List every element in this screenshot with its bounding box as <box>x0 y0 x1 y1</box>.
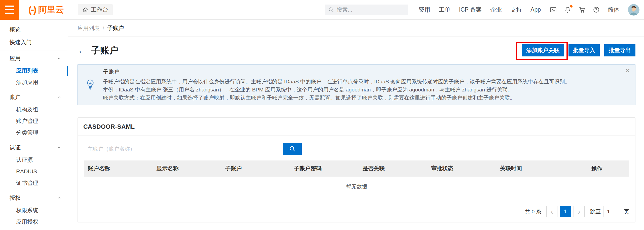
sidebar-item-label: 账户管理 <box>16 117 38 125</box>
sidebar-item-account-management[interactable]: 账户管理 <box>0 115 68 127</box>
workbench-label: 工作台 <box>91 6 108 14</box>
chevron-up-icon <box>57 95 61 99</box>
search-icon <box>289 146 296 152</box>
group-label: 账户 <box>10 93 21 101</box>
banner-line-1: 子账户指的是在指定应用系统中，用户会以什么身份进行访问。主账户指的是 IDaaS… <box>103 78 570 86</box>
info-banner: 子账户 子账户指的是在指定应用系统中，用户会以什么身份进行访问。主账户指的是 I… <box>78 64 635 105</box>
sidebar-group-header-authentication[interactable]: 认证 <box>0 141 68 154</box>
page-header: ← 子账户 添加账户关联 批量导入 批量导出 <box>68 43 644 57</box>
group-label: 认证 <box>10 144 21 151</box>
sidebar-group-accounts: 账户 机构及组 账户管理 分类管理 <box>0 91 68 139</box>
workbench-button[interactable]: 工作台 <box>78 4 113 15</box>
action-buttons: 添加账户关联 批量导入 批量导出 <box>522 44 635 56</box>
search-button[interactable] <box>283 143 302 155</box>
sidebar-item-overview[interactable]: 概览 <box>0 23 68 36</box>
active-indicator <box>67 66 68 76</box>
group-label: 授权 <box>10 194 21 202</box>
nav-item-icp[interactable]: ICP 备案 <box>459 6 482 14</box>
sidebar-item-label: 分类管理 <box>16 129 38 137</box>
breadcrumb-parent[interactable]: 应用列表 <box>78 24 100 32</box>
breadcrumb-current: 子账户 <box>107 24 124 32</box>
primary-account-search-input[interactable] <box>84 143 283 155</box>
notifications-bell-icon[interactable] <box>564 6 571 13</box>
sidebar-item-application-authorization[interactable]: 应用授权 <box>0 216 68 228</box>
current-page-button[interactable]: 1 <box>560 206 571 217</box>
page-title: 子账户 <box>91 44 118 57</box>
sidebar-item-application-list[interactable]: 应用列表 <box>0 65 68 77</box>
search-icon <box>328 7 334 13</box>
nav-item-enterprise[interactable]: 企业 <box>490 6 502 14</box>
sidebar-item-radius[interactable]: RADIUS <box>0 166 68 177</box>
empty-state-text: 暂无数据 <box>84 177 629 197</box>
sidebar-item-label: 快速入门 <box>10 39 32 46</box>
sidebar-group-header-authorization[interactable]: 授权 <box>0 191 68 205</box>
chevron-up-icon <box>57 146 61 150</box>
sidebar-item-label: 添加应用 <box>16 79 38 86</box>
sidebar-item-quickstart[interactable]: 快速入门 <box>0 36 68 49</box>
topbar: (-) 阿里云 工作台 费用 工单 ICP 备案 企业 支持 App <box>0 0 644 20</box>
add-account-link-button[interactable]: 添加账户关联 <box>522 44 564 56</box>
sidebar-item-label: 概览 <box>10 26 21 34</box>
chevron-up-icon <box>57 196 61 200</box>
sidebar-item-category-management[interactable]: 分类管理 <box>0 127 68 139</box>
page-unit-label: 页 <box>624 208 629 215</box>
sidebar-item-label: 应用授权 <box>16 218 38 226</box>
cart-icon[interactable] <box>579 6 585 13</box>
sidebar-item-label: RADIUS <box>16 168 37 175</box>
topbar-divider <box>71 6 71 14</box>
brand-logo-icon: (-) <box>28 4 36 15</box>
sidebar-item-auth-sources[interactable]: 认证源 <box>0 154 68 166</box>
sidebar-group-header-applications[interactable]: 应用 <box>0 52 68 65</box>
user-avatar[interactable] <box>628 4 639 16</box>
account-search-row <box>84 143 629 155</box>
jump-page-input[interactable] <box>603 206 621 217</box>
lightbulb-icon <box>85 79 95 91</box>
help-icon[interactable] <box>593 6 600 13</box>
table-header-row: 账户名称 显示名称 子账户 子账户密码 是否关联 审批状态 关联时间 操作 <box>84 160 629 177</box>
group-label: 应用 <box>10 55 21 62</box>
banner-title: 子账户 <box>103 68 570 76</box>
close-icon[interactable]: ✕ <box>625 68 630 74</box>
sidebar-item-permission-systems[interactable]: 权限系统 <box>0 205 68 216</box>
nav-item-tickets[interactable]: 工单 <box>439 6 450 14</box>
column-header-approval-status: 审批状态 <box>427 165 496 172</box>
pagination: 共 0 条 ‹ 1 › 跳至 页 <box>525 206 629 217</box>
column-header-sub-account: 子账户 <box>221 165 290 172</box>
terminal-icon[interactable] <box>550 6 557 13</box>
brand-logo[interactable]: (-) 阿里云 <box>28 4 64 16</box>
brand-name: 阿里云 <box>38 4 64 16</box>
sidebar-group-header-accounts[interactable]: 账户 <box>0 91 68 104</box>
chevron-right-icon: › <box>578 208 580 215</box>
sidebar: 概览 快速入门 应用 应用列表 添加应用 账户 机构及组 账户管理 分类管理 <box>0 20 68 230</box>
hamburger-menu-icon[interactable] <box>0 0 19 20</box>
column-header-display-name: 显示名称 <box>153 165 221 172</box>
sidebar-group-applications: 应用 应用列表 添加应用 <box>0 52 68 88</box>
topbar-nav: 费用 工单 ICP 备案 企业 支持 App <box>419 6 541 14</box>
chevron-up-icon <box>57 56 61 60</box>
sidebar-item-label: 权限系统 <box>16 207 38 214</box>
sidebar-item-org-groups[interactable]: 机构及组 <box>0 104 68 115</box>
banner-text: 子账户 子账户指的是在指定应用系统中，用户会以什么身份进行访问。主账户指的是 I… <box>103 68 570 102</box>
topbar-search <box>325 5 408 15</box>
nav-item-billing[interactable]: 费用 <box>419 6 430 14</box>
sidebar-item-certificate-management[interactable]: 证书管理 <box>0 177 68 189</box>
batch-import-button[interactable]: 批量导入 <box>569 44 600 56</box>
prev-page-button[interactable]: ‹ <box>546 206 557 217</box>
nav-item-app[interactable]: App <box>531 6 541 13</box>
sidebar-group-authentication: 认证 认证源 RADIUS 证书管理 <box>0 141 68 189</box>
back-arrow-icon[interactable]: ← <box>78 46 87 55</box>
sidebar-item-add-application[interactable]: 添加应用 <box>0 77 68 88</box>
banner-line-3: 账户关联方式：在应用创建时，如果选择了账户映射，即默认主账户和子账户完全一致，无… <box>103 94 570 102</box>
column-header-sub-account-password: 子账户密码 <box>290 165 359 172</box>
total-count: 共 0 条 <box>525 208 541 215</box>
batch-export-button[interactable]: 批量导出 <box>604 44 635 56</box>
sidebar-item-label: 认证源 <box>16 156 33 164</box>
language-switcher[interactable]: 简体 <box>608 6 619 14</box>
topbar-search-input[interactable] <box>337 7 397 13</box>
next-page-button[interactable]: › <box>574 206 585 217</box>
sidebar-item-label: 机构及组 <box>16 106 38 113</box>
column-header-account-name: 账户名称 <box>84 165 153 172</box>
breadcrumb: 应用列表 / 子账户 <box>68 20 644 37</box>
nav-item-support[interactable]: 支持 <box>510 6 522 14</box>
column-header-linked: 是否关联 <box>359 165 427 172</box>
